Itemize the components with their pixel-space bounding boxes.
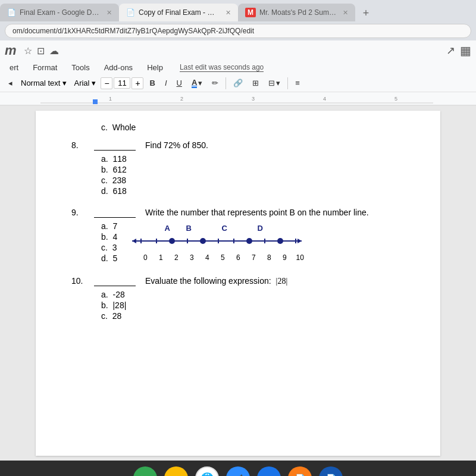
format-toolbar: ◂ Normal text ▾ Arial ▾ − 11 + B I U A ▾… <box>0 74 476 92</box>
chart-icon[interactable]: ↗ <box>446 44 455 57</box>
svg-point-22 <box>200 238 206 244</box>
arrow-left-icon: ◂ <box>8 79 12 87</box>
address-bar[interactable]: om/document/d/1kXHARc5tdRM7ditZ7lyB1rQAe… <box>5 24 471 38</box>
question-10-row: 10. Evaluate the following expression: |… <box>71 276 405 286</box>
tab-copy-final-exam[interactable]: 📄 Copy of Final Exam - Google Doc ✕ <box>119 4 238 21</box>
question-9-option-a: a. 7 <box>101 221 117 231</box>
comment-button[interactable]: ⊞ <box>249 77 262 89</box>
tab-icon-1: 📄 <box>7 8 16 17</box>
taskbar-chrome-icon[interactable]: 🌐 <box>195 466 219 476</box>
question-10-expression: |28| <box>276 277 288 286</box>
svg-point-24 <box>277 238 283 244</box>
image-button[interactable]: ⊟ ▾ <box>265 77 284 89</box>
tab-label-1: Final Exam - Google Docs <box>20 8 101 17</box>
new-tab-button[interactable]: + <box>358 5 374 21</box>
question-10-option-b: b. |28| <box>101 300 405 310</box>
tab-close-2[interactable]: ✕ <box>226 9 231 17</box>
nl-num-8: 8 <box>261 253 277 262</box>
question-9-text: Write the number that represents point B… <box>145 208 369 217</box>
add-to-drive-icon[interactable]: ⊡ <box>37 45 45 57</box>
highlight-button[interactable]: ✏ <box>208 77 222 89</box>
question-8-row: 8. Find 72% of 850. <box>71 140 405 151</box>
doc-content: c. Whole 8. Find 72% of 850. a. 118 b. 6… <box>0 106 476 461</box>
tab-close-1[interactable]: ✕ <box>107 9 112 17</box>
chrome-symbol: 🌐 <box>201 472 214 476</box>
question-10-option-a: a. -28 <box>101 290 405 299</box>
svg-text:3: 3 <box>252 96 255 102</box>
font-color-arrow: ▾ <box>198 79 202 87</box>
style-arrow-icon: ▾ <box>62 79 67 87</box>
tab-label-3: Mr. Moats's Pd 2 Summer Schoo <box>259 8 337 17</box>
question-9: 9. Write the number that represents poin… <box>71 208 405 264</box>
menu-help[interactable]: Help <box>145 62 165 73</box>
docs-orange-symbol: 📄 <box>295 474 305 476</box>
align-button[interactable]: ≡ <box>292 77 303 89</box>
taskbar-docs-blue-icon[interactable]: 📄 <box>319 466 343 476</box>
italic-button[interactable]: I <box>161 77 171 89</box>
menu-insert[interactable]: ert <box>7 62 21 73</box>
menu-addons[interactable]: Add-ons <box>102 62 135 73</box>
address-bar-row: om/document/d/1kXHARc5tdRM7ditZ7lyB1rQAe… <box>0 21 476 40</box>
meet-symbol: ▶ <box>142 473 149 477</box>
menu-tools[interactable]: Tools <box>69 62 92 73</box>
svg-rect-6 <box>93 99 98 104</box>
font-size-decrease[interactable]: − <box>101 77 112 89</box>
font-color-button[interactable]: A ▾ <box>188 77 206 89</box>
image-arrow-icon: ▾ <box>276 79 280 87</box>
toolbar-separator-1 <box>226 77 226 89</box>
svg-text:1: 1 <box>109 96 112 102</box>
toolbar-undo[interactable]: ◂ <box>5 77 16 89</box>
question-10-blank <box>94 276 136 286</box>
question-8-option-a: a. 118 <box>101 154 405 164</box>
number-line-svg <box>129 234 308 252</box>
nl-label-c: C <box>214 224 235 233</box>
font-label: Arial <box>74 79 89 87</box>
tab-mr-moats[interactable]: M Mr. Moats's Pd 2 Summer Schoo ✕ <box>238 4 355 21</box>
docs-logo: m <box>5 43 17 58</box>
taskbar-docs-orange-icon[interactable]: 📄 <box>288 466 312 476</box>
last-edit-status: Last edit was seconds ago <box>180 63 264 72</box>
taskbar: ▶ △ 🌐 📹 ▣ 📄 📄 <box>0 461 476 476</box>
question-10-number: 10. <box>71 276 89 286</box>
ruler: 1 2 3 4 5 <box>0 92 476 105</box>
tab-icon-3: M <box>245 8 256 17</box>
question-9-options: a. 7 b. 4 c. 3 d. 5 <box>101 221 117 264</box>
toolbar-separator-2 <box>287 77 288 89</box>
nl-num-9: 9 <box>277 253 292 262</box>
question-10-text: Evaluate the following expression: |28| <box>145 276 287 286</box>
svg-point-23 <box>246 238 252 244</box>
style-selector[interactable]: Normal text ▾ <box>18 77 69 89</box>
style-label: Normal text <box>21 79 60 87</box>
cloud-save-icon[interactable]: ☁ <box>49 45 59 57</box>
tab-label-2: Copy of Final Exam - Google Doc <box>139 8 220 17</box>
underline-button[interactable]: U <box>173 77 186 89</box>
docs-blue-symbol: 📄 <box>326 474 336 476</box>
question-10-option-c: c. 28 <box>101 311 405 321</box>
top-right-icons: ↗ ▦ <box>446 43 471 58</box>
font-size-increase[interactable]: + <box>131 77 143 89</box>
link-button[interactable]: 🔗 <box>230 77 246 89</box>
nl-num-3: 3 <box>184 253 199 262</box>
question7-option-c: c. Whole <box>101 123 405 132</box>
question-9-option-b: b. 4 <box>101 232 117 242</box>
svg-marker-8 <box>132 239 136 243</box>
menu-format[interactable]: Format <box>30 62 60 73</box>
taskbar-zoom-icon[interactable]: 📹 <box>226 466 250 476</box>
taskbar-meet-icon[interactable]: ▶ <box>133 466 157 476</box>
nl-num-4: 4 <box>199 253 215 262</box>
zoom-symbol: 📹 <box>233 474 243 476</box>
question-8-option-b: b. 612 <box>101 165 405 174</box>
docs-nav-row: m ☆ ⊡ ☁ ↗ ▦ <box>0 40 476 61</box>
taskbar-drive-icon[interactable]: △ <box>164 466 188 476</box>
font-arrow-icon: ▾ <box>92 79 96 87</box>
taskbar-slides-icon[interactable]: ▣ <box>257 466 281 476</box>
tab-close-3[interactable]: ✕ <box>343 9 348 17</box>
question-8-option-d: d. 618 <box>101 186 405 196</box>
tab-final-exam[interactable]: 📄 Final Exam - Google Docs ✕ <box>0 4 119 21</box>
font-size-value[interactable]: 11 <box>114 77 130 89</box>
font-selector[interactable]: Arial ▾ <box>71 77 98 89</box>
star-icon[interactable]: ☆ <box>24 45 32 57</box>
bold-button[interactable]: B <box>146 77 158 89</box>
grid-icon[interactable]: ▦ <box>460 43 471 58</box>
nl-label-a: A <box>156 224 178 233</box>
